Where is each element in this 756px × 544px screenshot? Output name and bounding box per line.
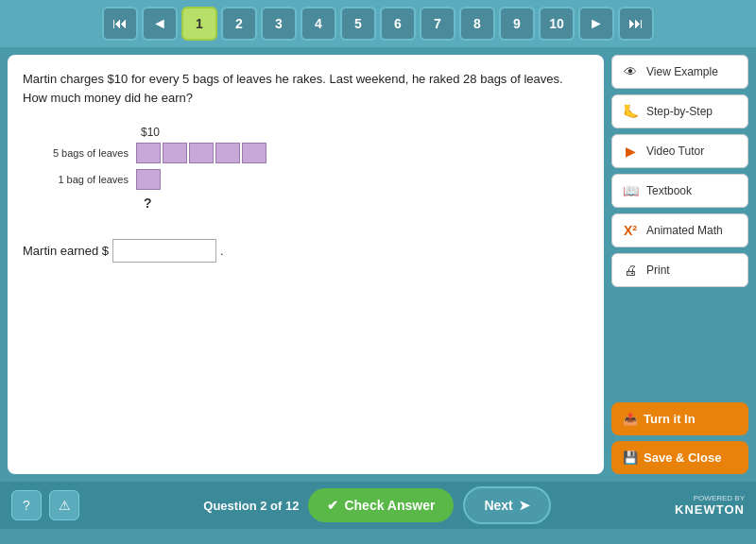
answer-prefix: Martin earned $	[23, 244, 109, 258]
view-example-button[interactable]: 👁 View Example	[611, 55, 748, 89]
save-close-label: Save & Close	[644, 450, 721, 465]
turn-it-in-label: Turn it In	[644, 412, 696, 426]
bar-cell-single	[136, 169, 161, 190]
check-icon: ✔	[327, 498, 338, 513]
page-btn-7[interactable]: 7	[420, 7, 455, 41]
next-page-button[interactable]: ►	[578, 7, 614, 41]
check-answer-button[interactable]: ✔ Check Answer	[308, 488, 454, 522]
question-text: Martin charges $10 for every 5 bags of l…	[23, 70, 589, 107]
check-answer-label: Check Answer	[344, 498, 435, 513]
bottom-right: POWERED BY KNEWTON	[675, 494, 745, 517]
page-btn-10[interactable]: 10	[539, 7, 575, 41]
brand-text: KNEWTON	[675, 502, 745, 517]
bar-cell-5	[242, 143, 266, 163]
next-icon: ➤	[519, 498, 530, 513]
last-page-button[interactable]: ⏭	[618, 7, 654, 41]
animated-math-icon: X²	[622, 222, 639, 239]
print-icon: 🖨	[622, 262, 639, 279]
bar-cell-4	[215, 143, 240, 163]
answer-suffix: .	[220, 244, 224, 258]
bar-cell-3	[189, 143, 214, 163]
question-mark: ?	[144, 196, 589, 211]
step-by-step-label: Step-by-Step	[646, 105, 713, 118]
top-navigation: ⏮ ◄ 1 2 3 4 5 6 7 8 9 10 ► ⏭	[0, 0, 756, 47]
animated-math-label: Animated Math	[646, 224, 723, 237]
page-btn-4[interactable]: 4	[301, 7, 336, 41]
knewton-logo: POWERED BY KNEWTON	[675, 494, 745, 517]
page-btn-6[interactable]: 6	[380, 7, 416, 41]
row2-label: 1 bag of leaves	[51, 174, 136, 185]
alert-button[interactable]: ⚠	[49, 490, 79, 520]
bar-diagram: $10 5 bags of leaves 1 bag of leaves ?	[51, 126, 589, 211]
bottom-bar: ? ⚠ Question 2 of 12 ✔ Check Answer Next…	[0, 482, 756, 529]
bar-cell-2	[163, 143, 187, 163]
turn-it-in-icon: 📤	[623, 412, 638, 426]
step-by-step-icon: 🦶	[622, 103, 639, 120]
video-tutor-icon: ▶	[622, 143, 639, 160]
page-btn-1[interactable]: 1	[181, 7, 217, 41]
save-close-icon: 💾	[623, 450, 638, 465]
right-sidebar: 👁 View Example 🦶 Step-by-Step ▶ Video Tu…	[611, 55, 748, 474]
row1-label: 5 bags of leaves	[51, 147, 136, 159]
page-btn-2[interactable]: 2	[221, 7, 257, 41]
diagram-row-1: 5 bags of leaves	[51, 143, 589, 163]
bottom-center: Question 2 of 12 ✔ Check Answer Next ➤	[203, 486, 550, 524]
save-close-button[interactable]: 💾 Save & Close	[611, 441, 748, 474]
print-label: Print	[646, 264, 670, 277]
answer-input[interactable]	[112, 239, 216, 263]
turn-it-in-button[interactable]: 📤 Turn it In	[611, 402, 748, 435]
video-tutor-label: Video Tutor	[646, 144, 704, 158]
row1-bars	[136, 143, 266, 163]
powered-by-text: POWERED BY	[675, 494, 745, 502]
textbook-icon: 📖	[622, 182, 639, 199]
step-by-step-button[interactable]: 🦶 Step-by-Step	[611, 94, 748, 128]
help-button[interactable]: ?	[11, 490, 42, 520]
print-button[interactable]: 🖨 Print	[611, 253, 748, 287]
bottom-left: ? ⚠	[11, 490, 79, 520]
diagram-row-2: 1 bag of leaves	[51, 169, 589, 190]
first-page-button[interactable]: ⏮	[102, 7, 138, 41]
view-example-label: View Example	[646, 65, 718, 78]
page-btn-3[interactable]: 3	[261, 7, 297, 41]
page-btn-9[interactable]: 9	[499, 7, 535, 41]
next-button[interactable]: Next ➤	[463, 486, 550, 524]
question-counter: Question 2 of 12	[203, 499, 299, 513]
textbook-button[interactable]: 📖 Textbook	[611, 174, 748, 208]
diagram-top-label: $10	[141, 126, 589, 139]
page-btn-8[interactable]: 8	[459, 7, 495, 41]
question-panel: Martin charges $10 for every 5 bags of l…	[8, 55, 604, 474]
textbook-label: Textbook	[646, 184, 692, 197]
prev-page-button[interactable]: ◄	[142, 7, 178, 41]
answer-area: Martin earned $ .	[23, 239, 589, 263]
view-example-icon: 👁	[622, 63, 639, 80]
main-area: Martin charges $10 for every 5 bags of l…	[0, 47, 756, 482]
next-label: Next	[484, 498, 512, 513]
page-btn-5[interactable]: 5	[340, 7, 376, 41]
bar-cell-1	[136, 143, 161, 163]
animated-math-button[interactable]: X² Animated Math	[611, 213, 748, 247]
row2-bars	[136, 169, 161, 190]
video-tutor-button[interactable]: ▶ Video Tutor	[611, 134, 748, 168]
